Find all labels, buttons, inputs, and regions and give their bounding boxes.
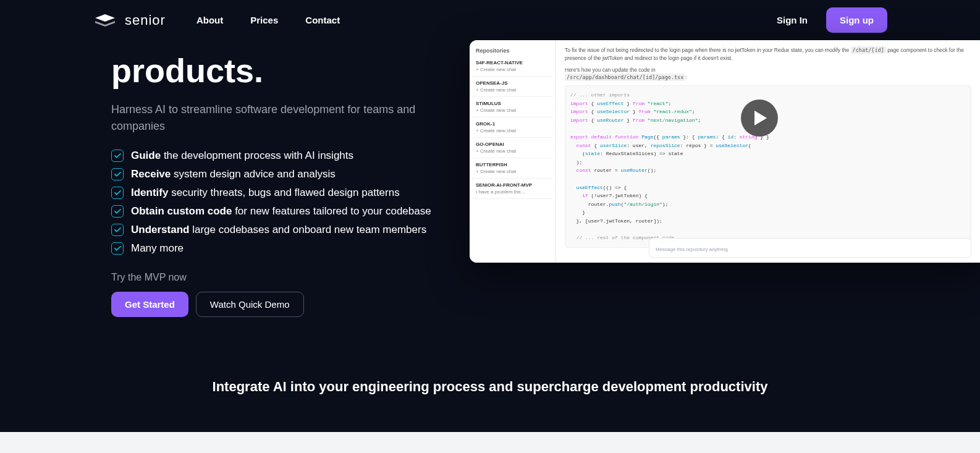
feature-text: Many more: [131, 242, 184, 255]
play-button[interactable]: [741, 99, 778, 137]
hero-left: products. Harness AI to streamline softw…: [111, 40, 433, 317]
chat-placeholder: Message this repository anything: [656, 247, 728, 252]
nav-links: About Prices Contact: [196, 15, 340, 25]
logo-icon: [93, 13, 117, 28]
demo-main: To fix the issue of not being redirected…: [556, 40, 980, 263]
feature-list: Guide the development process with AI in…: [111, 150, 433, 255]
tagline: Integrate AI into your engineering proce…: [0, 317, 980, 432]
repo-item[interactable]: SENIOR-AI-FRONT-MVPI have a problem the.…: [472, 179, 553, 199]
feature-text: Obtain custom code for new features tail…: [131, 205, 431, 218]
hero-right: Repositories S4F-REACT-NATIVE+ Create ne…: [470, 40, 980, 317]
watch-demo-button[interactable]: Watch Quick Demo: [196, 292, 304, 317]
feature-item: Obtain custom code for new features tail…: [111, 205, 433, 218]
repo-item[interactable]: S4F-REACT-NATIVE+ Create new chat: [472, 56, 553, 77]
cta-buttons: Get Started Watch Quick Demo: [111, 292, 433, 317]
feature-item: Receive system design advice and analysi…: [111, 168, 433, 180]
cta-label: Try the MVP now: [111, 272, 433, 283]
feature-text: Identify security threats, bugs and flaw…: [131, 187, 400, 199]
nav-link-about[interactable]: About: [196, 15, 223, 25]
nav-link-prices[interactable]: Prices: [250, 15, 278, 25]
repo-item[interactable]: STIMULUS+ Create new chat: [472, 97, 553, 117]
sign-up-button[interactable]: Sign up: [826, 7, 887, 33]
demo-window: Repositories S4F-REACT-NATIVE+ Create ne…: [470, 40, 980, 263]
check-icon: [111, 205, 124, 218]
navbar: senior About Prices Contact Sign In Sign…: [0, 0, 980, 40]
repo-item[interactable]: GROK-1+ Create new chat: [472, 117, 553, 138]
feature-item: Identify security threats, bugs and flaw…: [111, 187, 433, 199]
sign-in-link[interactable]: Sign In: [777, 15, 808, 25]
check-icon: [111, 150, 124, 162]
hero-section: products. Harness AI to streamline softw…: [0, 40, 980, 317]
demo-explanation-2: Here's how you can update the code in /s…: [565, 66, 971, 82]
get-started-button[interactable]: Get Started: [111, 292, 188, 317]
feature-item: Understand large codebases and onboard n…: [111, 224, 433, 236]
play-icon: [754, 111, 767, 125]
sidebar-title: Repositories: [472, 45, 553, 56]
logo-text: senior: [125, 12, 166, 28]
nav-left: senior About Prices Contact: [93, 12, 340, 28]
demo-explanation: To fix the issue of not being redirected…: [565, 46, 971, 62]
hero-title: products.: [111, 53, 433, 89]
nav-link-contact[interactable]: Contact: [305, 15, 340, 25]
feature-text: Understand large codebases and onboard n…: [131, 224, 426, 236]
feature-text: Guide the development process with AI in…: [131, 150, 353, 162]
chat-input[interactable]: Message this repository anything: [649, 238, 971, 258]
repo-item[interactable]: GO-OPENAI+ Create new chat: [472, 138, 553, 158]
repo-item[interactable]: OPENSEA-JS+ Create new chat: [472, 77, 553, 97]
hero-subtitle: Harness AI to streamline software develo…: [111, 101, 433, 135]
feature-item: Many more: [111, 242, 433, 255]
check-icon: [111, 224, 124, 236]
check-icon: [111, 187, 124, 199]
repo-item[interactable]: BUTTERFISH+ Create new chat: [472, 158, 553, 179]
feature-item: Guide the development process with AI in…: [111, 150, 433, 162]
check-icon: [111, 242, 124, 255]
check-icon: [111, 168, 124, 180]
feature-text: Receive system design advice and analysi…: [131, 168, 336, 180]
nav-right: Sign In Sign up: [777, 7, 887, 33]
partners-section: toolplate iaboxtool: [0, 432, 980, 453]
logo[interactable]: senior: [93, 12, 166, 28]
demo-sidebar: Repositories S4F-REACT-NATIVE+ Create ne…: [470, 40, 556, 263]
